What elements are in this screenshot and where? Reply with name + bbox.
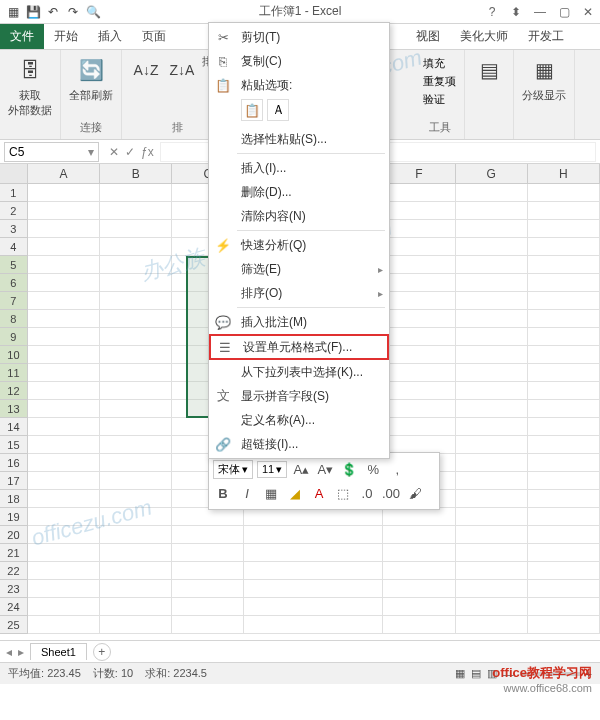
cell[interactable] bbox=[172, 616, 244, 634]
cell[interactable] bbox=[528, 490, 600, 508]
col-header[interactable]: H bbox=[528, 164, 600, 183]
cm-clear[interactable]: 清除内容(N) bbox=[209, 204, 389, 228]
cell[interactable] bbox=[244, 526, 383, 544]
cm-copy[interactable]: ⎘复制(C) bbox=[209, 49, 389, 73]
cell[interactable] bbox=[528, 562, 600, 580]
cell[interactable] bbox=[383, 562, 455, 580]
font-select[interactable]: 宋体▾ bbox=[213, 460, 253, 479]
cell[interactable] bbox=[456, 382, 528, 400]
cell[interactable] bbox=[383, 544, 455, 562]
percent-icon[interactable]: % bbox=[363, 459, 383, 479]
cell[interactable] bbox=[456, 184, 528, 202]
cell[interactable] bbox=[456, 544, 528, 562]
dedup-button[interactable]: 重复项 bbox=[423, 72, 456, 90]
cell[interactable] bbox=[244, 598, 383, 616]
row-header[interactable]: 15 bbox=[0, 436, 28, 454]
cell[interactable] bbox=[456, 274, 528, 292]
tab-page[interactable]: 页面 bbox=[132, 24, 176, 49]
grow-font-icon[interactable]: A▴ bbox=[291, 459, 311, 479]
col-header[interactable]: B bbox=[100, 164, 172, 183]
cell[interactable] bbox=[28, 274, 100, 292]
cm-quick-analysis[interactable]: ⚡快速分析(Q) bbox=[209, 233, 389, 257]
tab-file[interactable]: 文件 bbox=[0, 24, 44, 49]
cell[interactable] bbox=[383, 202, 455, 220]
nav-first-icon[interactable]: ◂ bbox=[6, 645, 12, 659]
ribbon-toggle-icon[interactable]: ⬍ bbox=[508, 5, 524, 19]
cell[interactable] bbox=[28, 544, 100, 562]
fx-icon[interactable]: ƒx bbox=[141, 145, 154, 159]
nav-last-icon[interactable]: ▸ bbox=[18, 645, 24, 659]
tab-insert[interactable]: 插入 bbox=[88, 24, 132, 49]
row-header[interactable]: 14 bbox=[0, 418, 28, 436]
cell[interactable] bbox=[456, 400, 528, 418]
cell[interactable] bbox=[28, 526, 100, 544]
cell[interactable] bbox=[100, 544, 172, 562]
cell[interactable] bbox=[100, 580, 172, 598]
cell[interactable] bbox=[244, 580, 383, 598]
tab-beautify[interactable]: 美化大师 bbox=[450, 24, 518, 49]
cell[interactable] bbox=[456, 328, 528, 346]
cell[interactable] bbox=[456, 472, 528, 490]
cell[interactable] bbox=[100, 436, 172, 454]
row-header[interactable]: 5 bbox=[0, 256, 28, 274]
cell[interactable] bbox=[528, 454, 600, 472]
cell[interactable] bbox=[28, 328, 100, 346]
cell[interactable] bbox=[456, 310, 528, 328]
cell[interactable] bbox=[383, 346, 455, 364]
cell[interactable] bbox=[456, 436, 528, 454]
cell[interactable] bbox=[383, 598, 455, 616]
cell[interactable] bbox=[456, 616, 528, 634]
cell[interactable] bbox=[28, 346, 100, 364]
help-icon[interactable]: ? bbox=[484, 5, 500, 19]
refresh-all-button[interactable]: 🔄全部刷新 bbox=[69, 54, 113, 103]
cell[interactable] bbox=[528, 346, 600, 364]
merge-icon[interactable]: ⬚ bbox=[333, 483, 353, 503]
cell[interactable] bbox=[100, 184, 172, 202]
cell[interactable] bbox=[100, 562, 172, 580]
cell[interactable] bbox=[528, 544, 600, 562]
row-header[interactable]: 23 bbox=[0, 580, 28, 598]
cell[interactable] bbox=[383, 400, 455, 418]
view-normal-icon[interactable]: ▦ bbox=[455, 667, 465, 680]
tab-view[interactable]: 视图 bbox=[406, 24, 450, 49]
cell[interactable] bbox=[244, 508, 383, 526]
minimize-icon[interactable]: — bbox=[532, 5, 548, 19]
cell[interactable] bbox=[456, 562, 528, 580]
border-icon[interactable]: ▦ bbox=[261, 483, 281, 503]
cell[interactable] bbox=[528, 526, 600, 544]
italic-button[interactable]: I bbox=[237, 483, 257, 503]
cell[interactable] bbox=[456, 256, 528, 274]
cell[interactable] bbox=[28, 616, 100, 634]
cm-pinyin[interactable]: 文显示拼音字段(S) bbox=[209, 384, 389, 408]
row-header[interactable]: 3 bbox=[0, 220, 28, 238]
cell[interactable] bbox=[100, 220, 172, 238]
cell[interactable] bbox=[383, 580, 455, 598]
cm-paste-special[interactable]: 选择性粘贴(S)... bbox=[209, 127, 389, 151]
cm-define-name[interactable]: 定义名称(A)... bbox=[209, 408, 389, 432]
cancel-icon[interactable]: ✕ bbox=[109, 145, 119, 159]
cell[interactable] bbox=[383, 508, 455, 526]
cell[interactable] bbox=[456, 598, 528, 616]
row-header[interactable]: 25 bbox=[0, 616, 28, 634]
fill-button[interactable]: 填充 bbox=[423, 54, 456, 72]
row-header[interactable]: 16 bbox=[0, 454, 28, 472]
cell[interactable] bbox=[456, 526, 528, 544]
name-box[interactable]: C5▾ bbox=[4, 142, 99, 162]
get-external-data-button[interactable]: 🗄获取 外部数据 bbox=[8, 54, 52, 118]
cell[interactable] bbox=[100, 490, 172, 508]
cell[interactable] bbox=[172, 544, 244, 562]
cell[interactable] bbox=[28, 508, 100, 526]
cell[interactable] bbox=[383, 256, 455, 274]
cell[interactable] bbox=[383, 364, 455, 382]
row-header[interactable]: 24 bbox=[0, 598, 28, 616]
size-select[interactable]: 11▾ bbox=[257, 461, 287, 478]
cm-format-cells[interactable]: ☰设置单元格格式(F)... bbox=[209, 334, 389, 360]
fill-color-icon[interactable]: ◢ bbox=[285, 483, 305, 503]
cell[interactable] bbox=[100, 328, 172, 346]
sheet-tab[interactable]: Sheet1 bbox=[30, 643, 87, 660]
col-header[interactable]: F bbox=[383, 164, 455, 183]
cell[interactable] bbox=[383, 292, 455, 310]
row-header[interactable]: 8 bbox=[0, 310, 28, 328]
undo-icon[interactable]: ↶ bbox=[44, 3, 62, 21]
outline-button[interactable]: ▦分级显示 bbox=[522, 54, 566, 103]
